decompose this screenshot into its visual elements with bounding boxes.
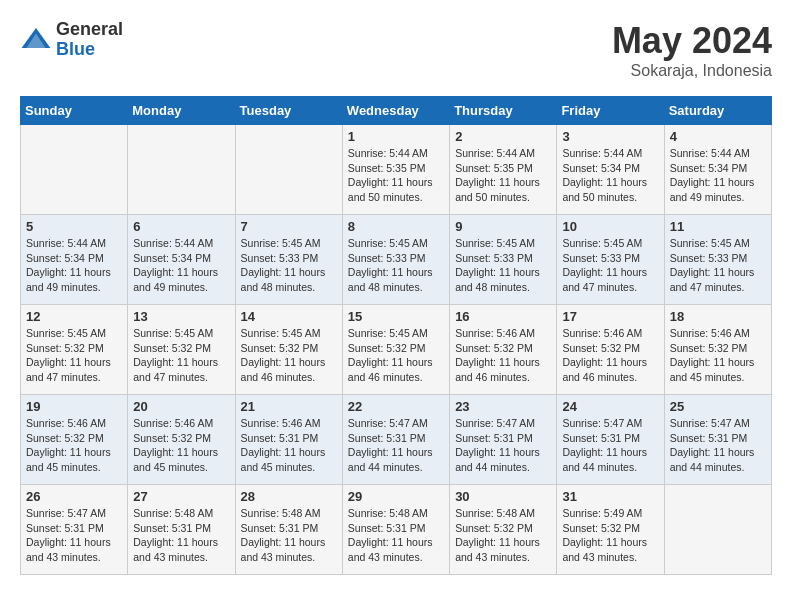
day-number: 16 bbox=[455, 309, 551, 324]
day-number: 22 bbox=[348, 399, 444, 414]
header-tuesday: Tuesday bbox=[235, 97, 342, 125]
day-number: 23 bbox=[455, 399, 551, 414]
day-info: Sunrise: 5:44 AM Sunset: 5:34 PM Dayligh… bbox=[562, 146, 658, 205]
calendar-cell: 2Sunrise: 5:44 AM Sunset: 5:35 PM Daylig… bbox=[450, 125, 557, 215]
week-row-3: 12Sunrise: 5:45 AM Sunset: 5:32 PM Dayli… bbox=[21, 305, 772, 395]
calendar-cell: 13Sunrise: 5:45 AM Sunset: 5:32 PM Dayli… bbox=[128, 305, 235, 395]
day-number: 21 bbox=[241, 399, 337, 414]
day-info: Sunrise: 5:48 AM Sunset: 5:31 PM Dayligh… bbox=[241, 506, 337, 565]
day-number: 9 bbox=[455, 219, 551, 234]
day-number: 30 bbox=[455, 489, 551, 504]
calendar-cell: 15Sunrise: 5:45 AM Sunset: 5:32 PM Dayli… bbox=[342, 305, 449, 395]
day-number: 1 bbox=[348, 129, 444, 144]
day-number: 24 bbox=[562, 399, 658, 414]
day-number: 2 bbox=[455, 129, 551, 144]
week-row-5: 26Sunrise: 5:47 AM Sunset: 5:31 PM Dayli… bbox=[21, 485, 772, 575]
calendar-cell: 28Sunrise: 5:48 AM Sunset: 5:31 PM Dayli… bbox=[235, 485, 342, 575]
calendar-cell: 29Sunrise: 5:48 AM Sunset: 5:31 PM Dayli… bbox=[342, 485, 449, 575]
day-info: Sunrise: 5:48 AM Sunset: 5:31 PM Dayligh… bbox=[133, 506, 229, 565]
day-info: Sunrise: 5:48 AM Sunset: 5:31 PM Dayligh… bbox=[348, 506, 444, 565]
calendar-cell: 14Sunrise: 5:45 AM Sunset: 5:32 PM Dayli… bbox=[235, 305, 342, 395]
day-info: Sunrise: 5:47 AM Sunset: 5:31 PM Dayligh… bbox=[562, 416, 658, 475]
day-number: 27 bbox=[133, 489, 229, 504]
logo-text: General Blue bbox=[56, 20, 123, 60]
day-info: Sunrise: 5:45 AM Sunset: 5:32 PM Dayligh… bbox=[133, 326, 229, 385]
calendar-cell: 21Sunrise: 5:46 AM Sunset: 5:31 PM Dayli… bbox=[235, 395, 342, 485]
day-number: 14 bbox=[241, 309, 337, 324]
day-info: Sunrise: 5:46 AM Sunset: 5:32 PM Dayligh… bbox=[670, 326, 766, 385]
calendar-cell: 11Sunrise: 5:45 AM Sunset: 5:33 PM Dayli… bbox=[664, 215, 771, 305]
calendar-cell: 30Sunrise: 5:48 AM Sunset: 5:32 PM Dayli… bbox=[450, 485, 557, 575]
day-number: 20 bbox=[133, 399, 229, 414]
header-friday: Friday bbox=[557, 97, 664, 125]
calendar-cell: 7Sunrise: 5:45 AM Sunset: 5:33 PM Daylig… bbox=[235, 215, 342, 305]
day-info: Sunrise: 5:46 AM Sunset: 5:31 PM Dayligh… bbox=[241, 416, 337, 475]
day-info: Sunrise: 5:46 AM Sunset: 5:32 PM Dayligh… bbox=[26, 416, 122, 475]
day-info: Sunrise: 5:44 AM Sunset: 5:34 PM Dayligh… bbox=[670, 146, 766, 205]
calendar-cell: 31Sunrise: 5:49 AM Sunset: 5:32 PM Dayli… bbox=[557, 485, 664, 575]
calendar-cell: 1Sunrise: 5:44 AM Sunset: 5:35 PM Daylig… bbox=[342, 125, 449, 215]
title-block: May 2024 Sokaraja, Indonesia bbox=[612, 20, 772, 80]
day-info: Sunrise: 5:45 AM Sunset: 5:33 PM Dayligh… bbox=[670, 236, 766, 295]
day-number: 11 bbox=[670, 219, 766, 234]
calendar-cell: 12Sunrise: 5:45 AM Sunset: 5:32 PM Dayli… bbox=[21, 305, 128, 395]
day-info: Sunrise: 5:44 AM Sunset: 5:34 PM Dayligh… bbox=[133, 236, 229, 295]
calendar-cell: 5Sunrise: 5:44 AM Sunset: 5:34 PM Daylig… bbox=[21, 215, 128, 305]
calendar-cell: 9Sunrise: 5:45 AM Sunset: 5:33 PM Daylig… bbox=[450, 215, 557, 305]
header-thursday: Thursday bbox=[450, 97, 557, 125]
header-row: SundayMondayTuesdayWednesdayThursdayFrid… bbox=[21, 97, 772, 125]
day-info: Sunrise: 5:48 AM Sunset: 5:32 PM Dayligh… bbox=[455, 506, 551, 565]
calendar-cell: 20Sunrise: 5:46 AM Sunset: 5:32 PM Dayli… bbox=[128, 395, 235, 485]
day-number: 31 bbox=[562, 489, 658, 504]
day-info: Sunrise: 5:44 AM Sunset: 5:35 PM Dayligh… bbox=[455, 146, 551, 205]
day-number: 7 bbox=[241, 219, 337, 234]
day-number: 6 bbox=[133, 219, 229, 234]
day-number: 29 bbox=[348, 489, 444, 504]
calendar-cell: 19Sunrise: 5:46 AM Sunset: 5:32 PM Dayli… bbox=[21, 395, 128, 485]
calendar-cell: 25Sunrise: 5:47 AM Sunset: 5:31 PM Dayli… bbox=[664, 395, 771, 485]
header-sunday: Sunday bbox=[21, 97, 128, 125]
logo-blue: Blue bbox=[56, 40, 123, 60]
day-info: Sunrise: 5:46 AM Sunset: 5:32 PM Dayligh… bbox=[562, 326, 658, 385]
calendar-cell: 3Sunrise: 5:44 AM Sunset: 5:34 PM Daylig… bbox=[557, 125, 664, 215]
day-number: 19 bbox=[26, 399, 122, 414]
calendar-cell bbox=[664, 485, 771, 575]
logo: General Blue bbox=[20, 20, 123, 60]
day-info: Sunrise: 5:44 AM Sunset: 5:35 PM Dayligh… bbox=[348, 146, 444, 205]
day-info: Sunrise: 5:47 AM Sunset: 5:31 PM Dayligh… bbox=[670, 416, 766, 475]
day-info: Sunrise: 5:44 AM Sunset: 5:34 PM Dayligh… bbox=[26, 236, 122, 295]
calendar: SundayMondayTuesdayWednesdayThursdayFrid… bbox=[20, 96, 772, 575]
week-row-1: 1Sunrise: 5:44 AM Sunset: 5:35 PM Daylig… bbox=[21, 125, 772, 215]
week-row-2: 5Sunrise: 5:44 AM Sunset: 5:34 PM Daylig… bbox=[21, 215, 772, 305]
calendar-cell bbox=[21, 125, 128, 215]
calendar-cell bbox=[235, 125, 342, 215]
calendar-cell: 18Sunrise: 5:46 AM Sunset: 5:32 PM Dayli… bbox=[664, 305, 771, 395]
calendar-cell: 26Sunrise: 5:47 AM Sunset: 5:31 PM Dayli… bbox=[21, 485, 128, 575]
day-info: Sunrise: 5:49 AM Sunset: 5:32 PM Dayligh… bbox=[562, 506, 658, 565]
day-info: Sunrise: 5:45 AM Sunset: 5:33 PM Dayligh… bbox=[455, 236, 551, 295]
day-number: 25 bbox=[670, 399, 766, 414]
header-monday: Monday bbox=[128, 97, 235, 125]
calendar-cell: 17Sunrise: 5:46 AM Sunset: 5:32 PM Dayli… bbox=[557, 305, 664, 395]
week-row-4: 19Sunrise: 5:46 AM Sunset: 5:32 PM Dayli… bbox=[21, 395, 772, 485]
day-number: 12 bbox=[26, 309, 122, 324]
day-number: 18 bbox=[670, 309, 766, 324]
calendar-cell: 6Sunrise: 5:44 AM Sunset: 5:34 PM Daylig… bbox=[128, 215, 235, 305]
calendar-cell bbox=[128, 125, 235, 215]
header-saturday: Saturday bbox=[664, 97, 771, 125]
day-info: Sunrise: 5:46 AM Sunset: 5:32 PM Dayligh… bbox=[133, 416, 229, 475]
logo-general: General bbox=[56, 20, 123, 40]
day-info: Sunrise: 5:46 AM Sunset: 5:32 PM Dayligh… bbox=[455, 326, 551, 385]
day-number: 8 bbox=[348, 219, 444, 234]
calendar-cell: 8Sunrise: 5:45 AM Sunset: 5:33 PM Daylig… bbox=[342, 215, 449, 305]
header-wednesday: Wednesday bbox=[342, 97, 449, 125]
day-info: Sunrise: 5:45 AM Sunset: 5:33 PM Dayligh… bbox=[348, 236, 444, 295]
calendar-cell: 23Sunrise: 5:47 AM Sunset: 5:31 PM Dayli… bbox=[450, 395, 557, 485]
day-info: Sunrise: 5:47 AM Sunset: 5:31 PM Dayligh… bbox=[348, 416, 444, 475]
day-number: 28 bbox=[241, 489, 337, 504]
day-info: Sunrise: 5:47 AM Sunset: 5:31 PM Dayligh… bbox=[455, 416, 551, 475]
day-info: Sunrise: 5:45 AM Sunset: 5:33 PM Dayligh… bbox=[562, 236, 658, 295]
day-info: Sunrise: 5:45 AM Sunset: 5:32 PM Dayligh… bbox=[26, 326, 122, 385]
location: Sokaraja, Indonesia bbox=[612, 62, 772, 80]
day-number: 3 bbox=[562, 129, 658, 144]
